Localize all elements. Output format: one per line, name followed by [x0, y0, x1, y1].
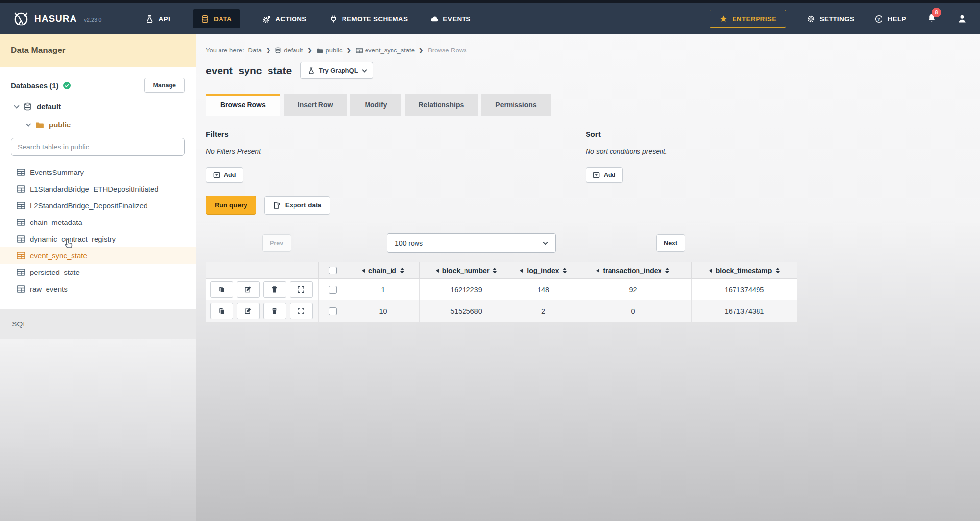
hasura-logo-icon: [13, 10, 29, 27]
database-icon: [24, 102, 32, 111]
breadcrumb-item-public[interactable]: public: [317, 47, 343, 54]
breadcrumb-label: Browse Rows: [428, 47, 466, 54]
add-filter-button[interactable]: Add: [206, 167, 243, 183]
trash-icon: [271, 307, 278, 315]
notifications-button[interactable]: 8: [927, 13, 937, 25]
collapse-column-icon[interactable]: [362, 269, 365, 273]
tree-item-default-db[interactable]: default: [0, 102, 196, 111]
table-list-item[interactable]: chain_metadata: [0, 214, 196, 230]
table-list-item[interactable]: EventsSummary: [0, 164, 196, 180]
column-header-log-index[interactable]: log_index: [513, 262, 574, 279]
table-list-item[interactable]: persisted_state: [0, 264, 196, 280]
search-input[interactable]: [11, 138, 185, 156]
nav-item-remote-schemas[interactable]: REMOTE SCHEMAS: [329, 15, 408, 23]
hasura-brand[interactable]: HASURA v2.23.0: [13, 10, 101, 27]
sort-icon[interactable]: [563, 268, 567, 273]
clone-row-button[interactable]: [210, 281, 233, 298]
delete-row-button[interactable]: [263, 303, 286, 319]
rows-per-page-select[interactable]: 100 rows: [387, 233, 556, 253]
nav-item-api[interactable]: API: [146, 15, 170, 23]
table-list-item[interactable]: L2StandardBridge_DepositFinalized: [0, 197, 196, 214]
expand-row-button[interactable]: [290, 281, 313, 298]
pagination-row: Prev 100 rows Next: [206, 233, 797, 253]
table-list-item[interactable]: raw_events: [0, 280, 196, 297]
sort-icon[interactable]: [493, 268, 497, 273]
sidebar-filler: [0, 339, 196, 521]
export-data-button[interactable]: Export data: [264, 196, 330, 215]
try-graphql-button[interactable]: Try GraphQL: [300, 62, 373, 79]
sort-icon[interactable]: [665, 268, 669, 273]
table-list-item-label: dynamic_contract_registry: [30, 235, 116, 243]
collapse-column-icon[interactable]: [520, 269, 523, 273]
table-list-item[interactable]: L1StandardBridge_ETHDepositInitiated: [0, 180, 196, 197]
sort-section: Sort No sort conditions present. Add: [586, 130, 667, 183]
plus-square-icon: [593, 172, 600, 178]
tree-item-label: public: [49, 121, 71, 129]
nav-item-actions[interactable]: ACTIONS: [263, 15, 307, 23]
breadcrumb: You are here: Data ❯ default ❯ public ❯ …: [206, 47, 980, 54]
manage-button[interactable]: Manage: [144, 78, 185, 93]
chevron-down-icon[interactable]: [14, 103, 19, 108]
breadcrumb-separator: ❯: [266, 47, 270, 53]
table-list-item-label: L1StandardBridge_ETHDepositInitiated: [30, 185, 159, 193]
row-checkbox[interactable]: [329, 307, 337, 315]
help-icon: ?: [875, 15, 883, 23]
edit-icon: [245, 286, 252, 293]
collapse-column-icon[interactable]: [709, 269, 712, 273]
column-header-transaction-index[interactable]: transaction_index: [574, 262, 692, 279]
sort-icon[interactable]: [776, 268, 780, 273]
column-header-block-number[interactable]: block_number: [420, 262, 513, 279]
collapse-column-icon[interactable]: [596, 269, 599, 273]
next-page-button[interactable]: Next: [656, 234, 685, 252]
add-sort-button[interactable]: Add: [586, 167, 623, 183]
tree-item-public-schema[interactable]: public: [0, 121, 196, 129]
row-checkbox[interactable]: [329, 286, 337, 294]
column-header-block-timestamp[interactable]: block_timestamp: [692, 262, 797, 279]
column-header-label: transaction_index: [603, 267, 662, 274]
table-list-item[interactable]: dynamic_contract_registry: [0, 230, 196, 247]
expand-row-button[interactable]: [290, 303, 313, 319]
nav-item-data[interactable]: DATA: [193, 9, 240, 28]
select-all-checkbox[interactable]: [329, 267, 337, 274]
edit-row-button[interactable]: [237, 281, 260, 298]
breadcrumb-separator: ❯: [347, 47, 351, 53]
nav-item-events[interactable]: EVENTS: [430, 15, 470, 23]
sort-icon[interactable]: [400, 268, 404, 273]
tab-permissions[interactable]: Permissions: [481, 94, 550, 116]
brand-name: HASURA: [34, 13, 77, 24]
breadcrumb-item-data[interactable]: Data: [248, 47, 262, 54]
collapse-column-icon[interactable]: [436, 269, 439, 273]
version-label: v2.23.0: [84, 17, 101, 23]
breadcrumb-item-table[interactable]: event_sync_state: [356, 47, 415, 54]
user-icon[interactable]: [957, 14, 967, 24]
breadcrumb-label: event_sync_state: [365, 47, 415, 54]
breadcrumb-item-default[interactable]: default: [275, 47, 303, 54]
clone-row-button[interactable]: [210, 303, 233, 319]
table-list-item-selected[interactable]: event_sync_state: [0, 247, 196, 264]
column-header-chain-id[interactable]: chain_id: [346, 262, 420, 279]
cell-block-timestamp: 1671374495: [692, 279, 797, 300]
gear-icon: [807, 15, 815, 23]
breadcrumb-prefix: You are here:: [206, 47, 244, 54]
enterprise-button[interactable]: ENTERPRISE: [710, 10, 786, 28]
chevron-down-icon[interactable]: [25, 121, 31, 126]
copy-icon: [218, 286, 225, 293]
tab-modify[interactable]: Modify: [350, 94, 401, 116]
run-query-button[interactable]: Run query: [206, 196, 256, 215]
cell-block-timestamp: 1671374381: [692, 300, 797, 322]
edit-row-button[interactable]: [237, 303, 260, 319]
tab-insert-row[interactable]: Insert Row: [284, 94, 347, 116]
settings-button[interactable]: SETTINGS: [807, 15, 855, 23]
breadcrumb-label: default: [284, 47, 303, 54]
tab-browse-rows[interactable]: Browse Rows: [206, 94, 280, 116]
table-icon: [17, 235, 25, 243]
help-button[interactable]: ? HELP: [875, 15, 906, 23]
tab-relationships[interactable]: Relationships: [405, 94, 478, 116]
column-header-label: chain_id: [368, 267, 396, 274]
copy-icon: [218, 307, 225, 315]
row-select-cell: [319, 300, 346, 322]
svg-text:?: ?: [878, 16, 881, 21]
prev-page-button[interactable]: Prev: [262, 234, 291, 252]
delete-row-button[interactable]: [263, 281, 286, 298]
sidebar-item-sql[interactable]: SQL: [0, 309, 196, 339]
